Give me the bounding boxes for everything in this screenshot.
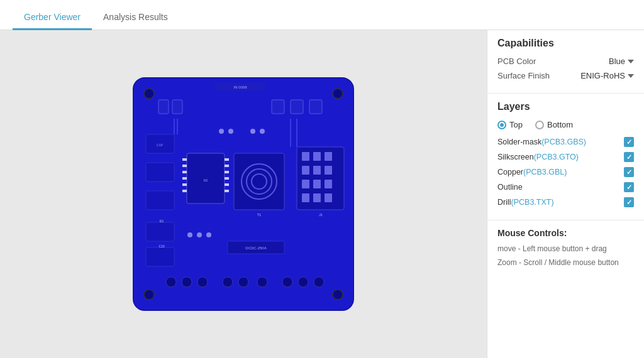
svg-rect-28	[225, 190, 229, 192]
svg-point-73	[197, 232, 202, 237]
svg-rect-39	[325, 166, 332, 175]
svg-rect-23	[225, 158, 229, 161]
mouse-controls-section: Mouse Controls: move - Left mouse button…	[487, 220, 644, 278]
svg-rect-26	[225, 177, 229, 180]
layer-row-outline: Outline	[497, 182, 634, 192]
pcb-color-row: PCB Color Blue	[497, 57, 634, 66]
checkbox-silkscreen[interactable]	[624, 152, 634, 162]
svg-text:U1: U1	[204, 178, 208, 182]
pcb-color-label: PCB Color	[497, 57, 536, 66]
svg-text:CAP: CAP	[157, 143, 164, 147]
svg-rect-24	[225, 165, 229, 167]
svg-rect-42	[325, 180, 332, 188]
checkbox-outline[interactable]	[624, 182, 634, 192]
pcb-svg: IN 0008	[127, 72, 360, 317]
svg-rect-41	[313, 180, 321, 188]
radio-top-label: Top	[509, 120, 523, 129]
layer-outline-name: Outline	[497, 183, 523, 192]
svg-point-58	[314, 277, 324, 287]
pcb-color-value: Blue	[609, 57, 634, 66]
svg-point-55	[257, 277, 267, 287]
radio-bottom[interactable]: Bottom	[535, 120, 573, 129]
svg-rect-22	[182, 190, 187, 192]
layer-solder-mask-ext: (PCB3.GBS)	[541, 138, 586, 146]
svg-point-3	[144, 89, 154, 99]
svg-rect-38	[313, 166, 321, 175]
svg-rect-40	[302, 180, 309, 188]
checkbox-copper[interactable]	[624, 167, 634, 177]
main-content: IN 0008	[0, 30, 644, 358]
svg-point-51	[182, 277, 192, 287]
svg-point-74	[206, 232, 211, 237]
pcb-color-dropdown[interactable]	[628, 60, 634, 63]
checkbox-drill[interactable]	[624, 197, 634, 207]
layer-drill-name: Drill(PCB3.TXT)	[497, 198, 554, 207]
layer-silkscreen-name: Silkscreen(PCB3.GTO)	[497, 153, 579, 161]
svg-rect-9	[272, 100, 284, 114]
svg-point-4	[333, 89, 343, 99]
layers-section: Layers Top Bottom Solder-mask(PCB3.GB	[487, 94, 644, 220]
surface-finish-dropdown[interactable]	[628, 74, 634, 78]
layer-side-radio-group: Top Bottom	[497, 120, 634, 129]
svg-rect-14	[146, 163, 174, 182]
svg-text:D1: D1	[160, 219, 164, 223]
svg-point-50	[166, 277, 176, 287]
svg-rect-25	[225, 171, 229, 173]
viewer-panel[interactable]: IN 0008	[0, 30, 487, 358]
mouse-hint-move: move - Left mouse button + drag	[497, 243, 634, 254]
layer-drill-ext: (PCB3.TXT)	[511, 198, 554, 207]
svg-point-56	[282, 277, 292, 287]
layer-copper-ext: (PCB3.GBL)	[523, 168, 567, 176]
svg-rect-45	[325, 193, 332, 202]
capabilities-title: Capabilities	[497, 38, 634, 49]
svg-rect-47	[146, 247, 174, 266]
svg-rect-43	[302, 193, 309, 202]
tab-gerber-viewer[interactable]: Gerber Viewer	[13, 6, 92, 30]
svg-rect-7	[158, 100, 169, 114]
layer-solder-mask-name: Solder-mask(PCB3.GBS)	[497, 138, 586, 146]
svg-point-71	[260, 129, 265, 134]
right-panel: Capabilities PCB Color Blue Surface Fini…	[487, 30, 644, 358]
tabs-bar: Gerber Viewer Analysis Results	[0, 0, 644, 30]
radio-top[interactable]: Top	[497, 120, 523, 129]
mouse-controls-title: Mouse Controls:	[497, 228, 634, 238]
svg-point-53	[223, 277, 233, 287]
surface-finish-value: ENIG-RoHS	[580, 71, 634, 80]
surface-finish-row: Surface Finish ENIG-RoHS	[497, 71, 634, 80]
capabilities-section: Capabilities PCB Color Blue Surface Fini…	[487, 30, 644, 94]
radio-bottom-label: Bottom	[547, 120, 573, 129]
svg-point-70	[250, 129, 255, 134]
svg-rect-46	[146, 222, 174, 241]
svg-point-52	[197, 277, 208, 287]
svg-rect-10	[291, 100, 303, 114]
radio-bottom-circle	[535, 121, 544, 129]
svg-text:T1: T1	[257, 213, 261, 217]
svg-text:J1: J1	[319, 213, 323, 217]
svg-point-5	[144, 290, 154, 300]
svg-point-69	[228, 129, 233, 134]
layers-title: Layers	[497, 101, 634, 112]
svg-rect-36	[325, 152, 332, 161]
svg-point-6	[333, 290, 343, 300]
surface-finish-label: Surface Finish	[497, 71, 550, 80]
checkbox-solder-mask[interactable]	[624, 137, 634, 147]
layer-row-solder-mask: Solder-mask(PCB3.GBS)	[497, 137, 634, 147]
pcb-display: IN 0008	[121, 65, 366, 323]
surface-finish-text: ENIG-RoHS	[580, 71, 625, 80]
svg-rect-21	[182, 183, 187, 186]
svg-rect-18	[182, 165, 187, 167]
svg-rect-17	[182, 158, 187, 161]
svg-rect-19	[182, 171, 187, 173]
radio-top-circle	[497, 121, 506, 129]
svg-rect-15	[146, 191, 174, 210]
svg-rect-11	[309, 100, 322, 114]
svg-text:C13: C13	[158, 244, 164, 248]
tab-analysis-results[interactable]: Analysis Results	[92, 6, 179, 30]
layer-copper-name: Copper(PCB3.GBL)	[497, 168, 567, 176]
svg-rect-8	[172, 100, 182, 114]
svg-rect-44	[313, 193, 321, 202]
layer-row-drill: Drill(PCB3.TXT)	[497, 197, 634, 207]
svg-rect-37	[302, 166, 309, 175]
svg-rect-34	[302, 152, 309, 161]
svg-point-57	[298, 277, 308, 287]
